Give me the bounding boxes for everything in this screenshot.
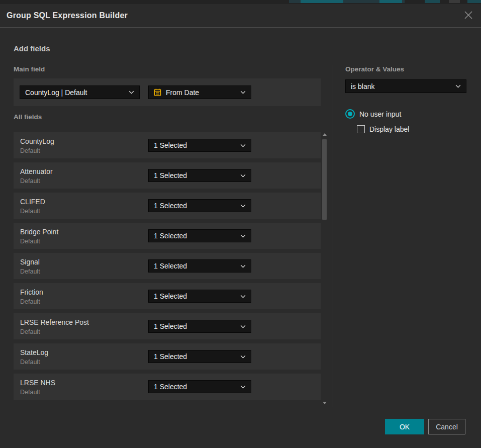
background-fragment [449,0,460,3]
field-selected-dropdown[interactable]: 1 Selected [148,380,251,393]
dropdown-value: 1 Selected [154,262,236,270]
chevron-down-icon [455,84,461,88]
all-fields-list: CountyLog Default 1 Selected Attenuator … [14,132,321,404]
field-name: Bridge Point [20,228,58,236]
dropdown-value: 1 Selected [154,292,236,300]
dropdown-value: 1 Selected [154,322,236,330]
ok-button[interactable]: OK [385,419,424,434]
radio-selected-icon [345,109,355,119]
main-field-label: Main field [14,65,45,73]
field-sublabel: Default [20,298,40,305]
dialog-header: Group SQL Expression Builder [0,4,481,28]
field-selected-dropdown[interactable]: 1 Selected [148,229,251,242]
field-selected-dropdown[interactable]: 1 Selected [148,139,251,152]
screen: Group SQL Expression Builder Add fields … [0,0,481,448]
field-selected-dropdown[interactable]: 1 Selected [148,259,251,273]
add-fields-heading: Add fields [14,44,50,53]
chevron-down-icon [240,144,246,147]
field-sublabel: Default [20,177,40,185]
field-row[interactable]: Attenuator Default 1 Selected [14,162,321,189]
field-selected-dropdown[interactable]: 1 Selected [148,320,251,333]
dialog-title: Group SQL Expression Builder [7,11,128,20]
background-fragment [467,0,481,3]
field-row[interactable]: StateLog Default 1 Selected [14,343,321,370]
fields-list-scrollbar[interactable] [321,132,328,405]
field-selected-dropdown[interactable]: 1 Selected [148,199,251,212]
field-sublabel: Default [20,328,40,335]
close-icon [464,11,473,20]
dropdown-value: 1 Selected [154,171,236,180]
field-row[interactable]: LRSE NHS Default 1 Selected [14,374,321,400]
chevron-down-icon [240,355,246,359]
scroll-up-icon[interactable] [323,133,327,136]
field-row[interactable]: Friction Default 1 Selected [14,283,321,309]
field-name: CLIFED [20,198,45,206]
field-sublabel: Default [20,268,40,275]
dropdown-value: 1 Selected [154,141,236,149]
chevron-down-icon [129,91,134,94]
dropdown-value: 1 Selected [154,352,236,361]
app-background-strip [0,0,481,4]
dropdown-value: 1 Selected [154,383,236,391]
dropdown-value: CountyLog | Default [25,88,125,97]
group-sql-expression-builder-dialog: Group SQL Expression Builder Add fields … [0,4,481,448]
close-button[interactable] [463,10,474,21]
field-row[interactable]: LRSE Reference Post Default 1 Selected [14,313,321,339]
scrollbar-thumb[interactable] [322,139,327,220]
chevron-down-icon [240,264,246,268]
chevron-down-icon [240,174,246,177]
dropdown-value: From Date [166,88,236,97]
main-field-panel: CountyLog | Default From Date [14,78,321,106]
no-user-input-radio[interactable]: No user input [345,109,401,119]
background-fragment [301,0,343,3]
field-sublabel: Default [20,208,40,215]
field-sublabel: Default [20,389,40,396]
field-sublabel: Default [20,147,40,154]
background-fragment [425,0,440,3]
cancel-button[interactable]: Cancel [428,419,465,434]
field-row[interactable]: CLIFED Default 1 Selected [14,193,321,219]
checkbox-label: Display label [369,125,409,133]
field-name: Signal [20,258,40,266]
chevron-down-icon [240,385,246,389]
field-name: StateLog [20,348,48,356]
chevron-down-icon [240,91,246,94]
field-name: LRSE NHS [20,379,55,387]
background-fragment [379,0,402,3]
field-selected-dropdown[interactable]: 1 Selected [148,290,251,303]
field-name: Friction [20,288,43,296]
main-field-source-dropdown[interactable]: CountyLog | Default [20,85,140,99]
scroll-down-icon[interactable] [323,402,327,404]
dropdown-value: is blank [351,82,451,91]
field-selected-dropdown[interactable]: 1 Selected [148,350,251,363]
field-name: Attenuator [20,167,53,175]
field-name: CountyLog [20,137,54,145]
field-selected-dropdown[interactable]: 1 Selected [148,169,251,182]
operator-dropdown[interactable]: is blank [345,79,466,93]
checkbox-unchecked-icon [357,125,365,133]
field-row[interactable]: Bridge Point Default 1 Selected [14,223,321,249]
calendar-icon [154,88,161,96]
chevron-down-icon [240,325,246,328]
field-row[interactable]: Signal Default 1 Selected [14,253,321,279]
field-sublabel: Default [20,238,40,245]
chevron-down-icon [240,204,246,208]
field-sublabel: Default [20,359,40,366]
field-row[interactable]: CountyLog Default 1 Selected [14,132,321,158]
radio-label: No user input [359,110,401,118]
dropdown-value: 1 Selected [154,202,236,210]
display-label-checkbox[interactable]: Display label [357,125,409,133]
chevron-down-icon [240,295,246,298]
dropdown-value: 1 Selected [154,232,236,240]
operator-values-title: Operator & Values [345,65,404,73]
panel-divider [333,65,333,407]
all-fields-label: All fields [14,113,42,121]
chevron-down-icon [240,234,246,238]
field-name: LRSE Reference Post [20,318,89,326]
main-field-field-dropdown[interactable]: From Date [148,85,251,99]
